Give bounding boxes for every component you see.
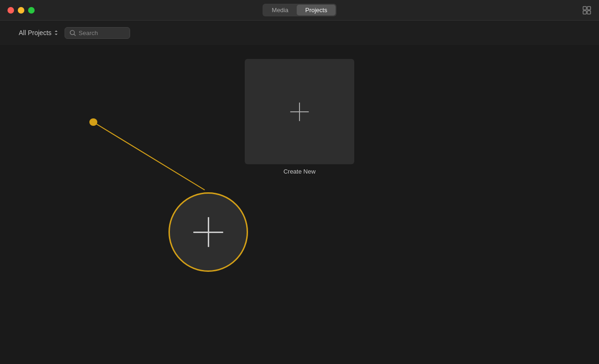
toolbar: All Projects Search: [0, 21, 599, 45]
main-content: Create New: [0, 45, 599, 364]
close-button[interactable]: [7, 7, 14, 14]
tab-media[interactable]: Media: [263, 5, 297, 15]
svg-rect-1: [587, 7, 591, 10]
all-projects-dropdown[interactable]: All Projects: [19, 29, 59, 36]
svg-rect-2: [583, 11, 586, 14]
title-bar: Media Projects: [0, 0, 599, 21]
grid-icon[interactable]: [582, 6, 592, 15]
create-new-wrapper: Create New: [19, 59, 580, 175]
plus-icon: [290, 102, 309, 121]
zoomed-plus-icon: [193, 217, 223, 247]
maximize-button[interactable]: [28, 7, 35, 14]
svg-rect-0: [583, 7, 586, 10]
svg-line-5: [74, 34, 75, 36]
create-new-card[interactable]: [245, 59, 354, 164]
zoomed-circle-annotation: [168, 192, 248, 272]
tab-group: Media Projects: [263, 4, 336, 16]
sort-chevrons-icon: [53, 29, 59, 36]
window-controls: [582, 6, 592, 15]
tab-projects[interactable]: Projects: [297, 5, 336, 15]
minimize-button[interactable]: [18, 7, 24, 14]
svg-rect-3: [587, 11, 591, 14]
search-input[interactable]: Search: [65, 27, 130, 39]
create-new-label: Create New: [284, 168, 316, 175]
all-projects-label: All Projects: [19, 29, 51, 36]
traffic-lights: [7, 7, 35, 14]
search-icon: [70, 30, 76, 36]
search-placeholder: Search: [79, 29, 98, 36]
